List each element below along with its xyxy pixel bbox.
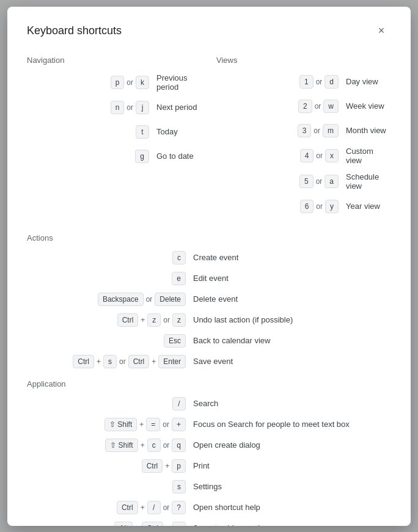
application-section: Application / Search ⇧ Shift + = or + Fo…: [27, 379, 391, 526]
keys-area: s: [27, 480, 186, 494]
shortcut-label: Open create dialog: [193, 440, 260, 450]
keys-area: 3 or m: [216, 124, 339, 137]
shortcut-row: Ctrl + s or Ctrl + Enter Save event: [27, 355, 391, 368]
shortcut-label: Print: [193, 461, 210, 470]
keys-area: t: [27, 125, 149, 139]
key-shift: ⇧ Shift: [105, 418, 137, 431]
key-question: ?: [172, 501, 186, 514]
key-n: n: [111, 101, 125, 114]
keys-area: Esc: [27, 334, 186, 348]
modal-overlay: Keyboard shortcuts × Navigation p or k P…: [0, 0, 418, 532]
shortcut-label: Schedule view: [346, 172, 391, 191]
keys-area: Backspace or Delete: [27, 293, 186, 306]
key-shift2: ⇧ Shift: [105, 439, 138, 452]
key-g: g: [135, 150, 149, 163]
shortcut-label: Go to date: [156, 151, 194, 161]
keys-area: Ctrl + / or ?: [27, 501, 186, 514]
shortcut-label: Focus on Search for people to meet text …: [193, 420, 350, 429]
shortcut-label: Day view: [346, 77, 378, 86]
modal-title: Keyboard shortcuts: [27, 24, 122, 37]
shortcut-label: Back to calendar view: [193, 336, 270, 345]
shortcut-row: ⇧ Shift + c or q Open create dialog: [27, 439, 391, 452]
key-d: d: [324, 75, 339, 89]
shortcut-row: 2 or w Week view: [216, 98, 391, 115]
key-slash: /: [172, 397, 186, 410]
key-p: p: [172, 459, 186, 473]
shortcut-row: / Search: [27, 397, 391, 410]
keys-area: ⇧ Shift + c or q: [27, 439, 186, 452]
keys-area: Alt + Ctrl + .: [27, 522, 186, 526]
shortcut-row: Ctrl + / or ? Open shortcut help: [27, 501, 391, 514]
shortcut-label: Create event: [193, 253, 238, 262]
key-k: k: [136, 76, 149, 89]
key-3: 3: [298, 124, 312, 137]
key-e: e: [172, 272, 186, 285]
shortcut-row: c Create event: [27, 251, 391, 264]
shortcut-label: Edit event: [193, 274, 229, 283]
key-y: y: [325, 200, 339, 213]
keys-area: 5 or a: [216, 175, 339, 188]
shortcut-label: Undo last action (if possible): [193, 315, 293, 324]
key-c: c: [147, 439, 161, 452]
shortcut-row: e Edit event: [27, 272, 391, 285]
shortcut-row: 4 or x Custom view: [216, 147, 391, 165]
shortcut-label: Open shortcut help: [193, 503, 260, 512]
key-t: t: [136, 125, 149, 139]
key-1: 1: [299, 75, 314, 89]
shortcut-label: Custom view: [346, 147, 391, 165]
shortcut-label: Month view: [346, 126, 386, 135]
keyboard-shortcuts-modal: Keyboard shortcuts × Navigation p or k P…: [7, 7, 411, 526]
key-equals: =: [146, 418, 160, 431]
key-p: p: [111, 76, 125, 89]
key-z: z: [147, 313, 161, 327]
key-ctrl: Ctrl: [73, 355, 94, 368]
shortcut-row: Alt + Ctrl + . Jump to side panel: [27, 522, 391, 526]
shortcut-row: Esc Back to calendar view: [27, 334, 391, 348]
keys-area: c: [27, 251, 186, 264]
key-plus: +: [172, 418, 186, 431]
keys-area: e: [27, 272, 186, 285]
keys-area: Ctrl + p: [27, 459, 186, 473]
navigation-section: Navigation p or k Previous period n or j: [27, 53, 202, 222]
key-ctrl: Ctrl: [117, 313, 139, 327]
key-5: 5: [299, 175, 314, 188]
key-c: c: [172, 251, 186, 264]
navigation-section-title: Navigation: [27, 56, 202, 65]
key-delete: Delete: [155, 293, 186, 306]
key-alt: Alt: [114, 522, 133, 526]
modal-header: Keyboard shortcuts ×: [27, 21, 391, 41]
shortcut-row: p or k Previous period: [27, 73, 202, 92]
shortcut-label: Delete event: [193, 294, 238, 304]
keys-area: 4 or x: [216, 149, 339, 162]
key-dot: .: [172, 522, 186, 526]
keys-area: n or j: [27, 101, 149, 114]
shortcut-row: Backspace or Delete Delete event: [27, 293, 391, 306]
keys-area: p or k: [27, 76, 149, 89]
key-a: a: [324, 175, 339, 188]
key-esc: Esc: [164, 334, 186, 348]
shortcut-label: Settings: [193, 482, 222, 491]
shortcut-row: Ctrl + p Print: [27, 459, 391, 473]
key-6: 6: [300, 200, 314, 213]
shortcut-label: Jump to side panel: [193, 523, 260, 526]
key-2: 2: [298, 100, 312, 113]
views-section: Views 1 or d Day view 2 or w Week v: [216, 53, 391, 222]
key-q: q: [172, 439, 186, 452]
shortcut-row: 1 or d Day view: [216, 73, 391, 90]
views-section-title: Views: [216, 56, 391, 65]
key-m: m: [323, 124, 339, 137]
key-4: 4: [300, 149, 314, 162]
shortcut-label: Previous period: [156, 73, 202, 92]
keys-area: ⇧ Shift + = or +: [27, 418, 186, 431]
shortcut-row: s Settings: [27, 480, 391, 494]
shortcut-label: Week view: [346, 101, 384, 111]
shortcut-row: n or j Next period: [27, 99, 202, 116]
keys-area: 1 or d: [216, 75, 339, 89]
shortcut-row: g Go to date: [27, 148, 202, 165]
key-s: s: [103, 355, 117, 368]
shortcut-row: 5 or a Schedule view: [216, 172, 391, 191]
application-section-title: Application: [27, 379, 391, 388]
shortcut-label: Search: [193, 399, 218, 408]
close-button[interactable]: ×: [372, 21, 391, 41]
shortcut-label: Year view: [346, 202, 380, 211]
